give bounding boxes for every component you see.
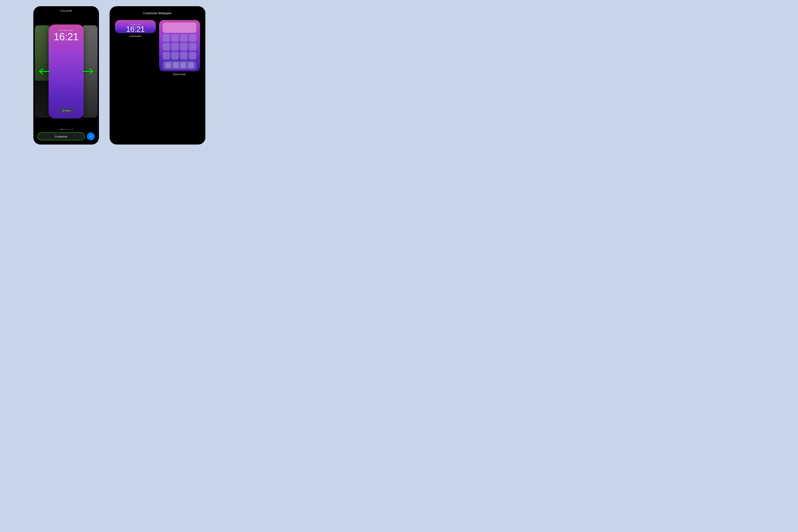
plus-icon: + [90, 134, 92, 138]
dock-icon [173, 62, 178, 68]
lock-card-clock: 16:21 [126, 25, 145, 33]
app-icon [163, 43, 170, 51]
lock-screen-time-area: Tue 14 🌦 in 14MIN 16:21 [49, 24, 84, 42]
home-screen-card [159, 20, 200, 71]
app-icon [180, 34, 187, 42]
lock-screen-label: Lock Screen [130, 35, 141, 37]
left-panel: COLOUR Tue 14 🌦 in 14MIN 16:21 [33, 6, 99, 145]
dock-icon [165, 62, 171, 68]
add-button[interactable]: + [87, 132, 95, 140]
dot-3 [63, 129, 64, 130]
customise-wallpaper-title: Customise Wallpaper [143, 12, 172, 15]
app-grid-row-2 [163, 43, 196, 51]
dock-icon [188, 62, 194, 68]
pagination-dots [59, 129, 73, 130]
dot-4 [65, 129, 67, 130]
home-widget [163, 22, 196, 33]
wallpaper-carousel[interactable]: Tue 14 🌦 in 14MIN 16:21 [33, 14, 99, 129]
app-icon [163, 52, 170, 59]
app-grid-row-3 [163, 52, 196, 59]
dot-1 [59, 129, 60, 130]
app-icon [189, 52, 196, 59]
app-icon [189, 43, 196, 51]
panel-title: COLOUR [60, 10, 72, 12]
wallpaper-pair: Tue 14 🌦 in 14MIN 16:21 Lock Screen [115, 20, 200, 141]
dot-7 [72, 129, 73, 130]
app-icon [180, 52, 187, 59]
home-screen-label: Home Screen [173, 73, 186, 76]
main-wallpaper-card: Tue 14 🌦 in 14MIN 16:21 [49, 24, 84, 118]
app-icon [171, 52, 179, 59]
dock-icon [180, 62, 186, 68]
dot-2 [61, 129, 62, 130]
right-side-wallpaper [81, 25, 97, 118]
lock-screen-clock: 16:21 [49, 32, 84, 42]
lock-screen-card: Tue 14 🌦 in 14MIN 16:21 [115, 20, 156, 33]
app-icon [189, 34, 196, 42]
focus-button-label: Focus [65, 110, 70, 112]
customise-button-label: Customise [55, 135, 68, 138]
left-side-wallpaper [35, 25, 51, 118]
home-dock [163, 61, 196, 70]
app-icon [171, 43, 179, 51]
focus-button[interactable]: 🔗 Focus [59, 108, 73, 113]
right-panel: Customise Wallpaper Tue 14 🌦 in 14MIN 16… [110, 6, 205, 145]
app-icon [171, 34, 179, 42]
app-grid-row-1 [163, 34, 196, 42]
customise-button[interactable]: Customise [38, 132, 85, 140]
app-icon [180, 43, 187, 51]
bottom-bar: Customise + [33, 132, 99, 145]
dot-5 [68, 129, 69, 130]
dot-6 [70, 129, 71, 130]
lock-screen-preview[interactable]: Tue 14 🌦 in 14MIN 16:21 Lock Screen [115, 20, 156, 37]
app-icon [163, 34, 170, 42]
home-screen-preview[interactable]: Home Screen [159, 20, 200, 76]
link-icon: 🔗 [62, 110, 64, 112]
